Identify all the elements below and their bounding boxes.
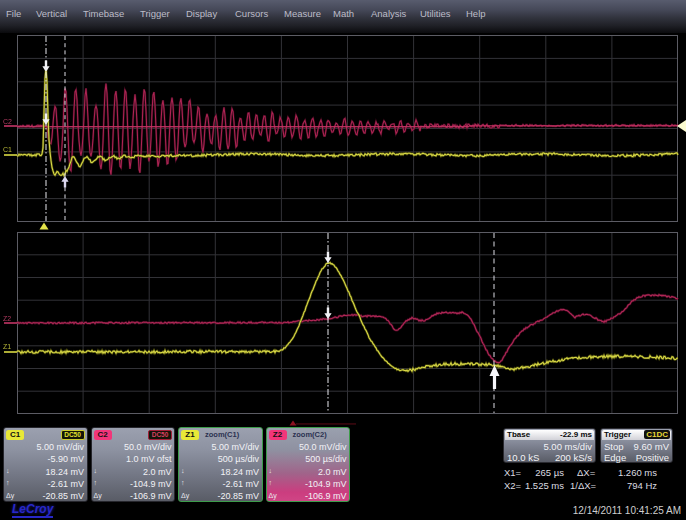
svg-text:Z1: Z1 (3, 343, 11, 350)
svg-text:C1: C1 (3, 146, 12, 153)
svg-text:Z2: Z2 (3, 315, 11, 322)
svg-text:C2: C2 (3, 118, 12, 125)
